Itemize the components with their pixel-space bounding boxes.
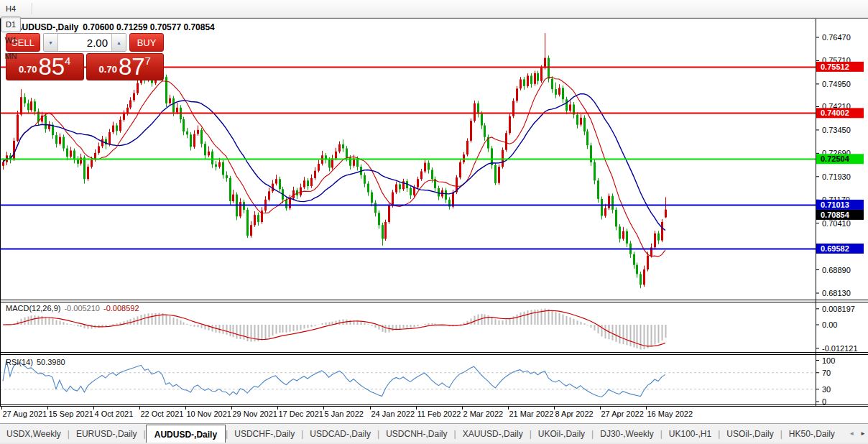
period-button-mn[interactable]: MN xyxy=(1,48,21,64)
toolbar-separator xyxy=(32,3,33,14)
timeframe-toolbar: 5M30H1H4D1W1MN xyxy=(0,0,868,18)
svg-text:0.68130: 0.68130 xyxy=(822,289,851,297)
tab-xauusd-daily[interactable]: XAUUSD-,Daily xyxy=(456,424,530,443)
volume-decrease-button[interactable]: ▼ xyxy=(44,34,58,51)
svg-text:-0.012121: -0.012121 xyxy=(822,344,858,353)
svg-text:0.71013: 0.71013 xyxy=(821,200,849,209)
sell-price-prefix: 0.70 xyxy=(19,64,37,75)
tab-usoil-daily[interactable]: USOil-,Daily xyxy=(720,424,780,443)
buy-button[interactable]: BUY xyxy=(129,33,164,52)
sell-price-sup: 4 xyxy=(65,55,70,66)
rsi-indicator-label: RSI(14)50.3980 xyxy=(6,358,65,366)
rsi-value: 50.3980 xyxy=(37,358,65,366)
svg-text:27 Aug 2021: 27 Aug 2021 xyxy=(3,410,47,418)
chart-title: ▲ AUDUSD-,Daily 0.70600 0.71259 0.70577 … xyxy=(6,22,215,32)
tab-dj30-weekly[interactable]: DJ30-,Weekly xyxy=(594,424,660,443)
svg-text:5 Jan 2022: 5 Jan 2022 xyxy=(325,410,364,418)
buy-price-prefix: 0.70 xyxy=(99,64,117,75)
chart-window-top-border xyxy=(0,18,868,19)
macd-signal-value: -0.008592 xyxy=(103,304,139,313)
svg-text:22 Oct 2021: 22 Oct 2021 xyxy=(141,410,184,418)
trading-terminal: { "toolbar": { "periods": ["5", "M30", "… xyxy=(0,0,868,444)
buy-price-box[interactable]: 0.70 87 7 xyxy=(86,53,165,80)
svg-text:10 Nov 2021: 10 Nov 2021 xyxy=(187,410,231,418)
tab-hk50-daily[interactable]: HK50-,Daily xyxy=(782,424,841,443)
one-click-trade-panel: SELL ▼ ▲ BUY 0.70 85 4 0.70 87 7 xyxy=(6,33,164,80)
svg-text:70: 70 xyxy=(822,369,831,377)
svg-text:0.69582: 0.69582 xyxy=(821,244,849,253)
tab-usdchf-daily[interactable]: USDCHF-,Daily xyxy=(228,424,301,443)
svg-text:0.71930: 0.71930 xyxy=(822,172,851,181)
period-button-w1[interactable]: W1 xyxy=(1,32,21,48)
tab-ukoil-daily[interactable]: UKOil-,Daily xyxy=(532,424,591,443)
chart-ohlc-values: 0.70600 0.71259 0.70577 0.70854 xyxy=(83,22,215,32)
svg-text:0.70854: 0.70854 xyxy=(821,211,850,219)
svg-text:15 Sep 2021: 15 Sep 2021 xyxy=(49,410,93,418)
buy-price-sup: 7 xyxy=(145,55,151,66)
svg-text:0.00: 0.00 xyxy=(822,320,837,329)
macd-name: MACD(12,26,9) xyxy=(6,304,60,313)
volume-input[interactable] xyxy=(58,34,111,51)
svg-text:16 May 2022: 16 May 2022 xyxy=(647,410,693,418)
svg-text:100: 100 xyxy=(822,356,835,365)
tab-strip: USDX,Weekly|EURUSD-,Daily|AUDUSD-,Daily|… xyxy=(0,424,846,443)
svg-text:21 Mar 2022: 21 Mar 2022 xyxy=(509,410,554,418)
period-button-group: 5M30H1H4D1W1MN xyxy=(0,0,22,64)
volume-increase-button[interactable]: ▲ xyxy=(111,34,126,51)
svg-text:0.72504: 0.72504 xyxy=(821,154,850,163)
svg-text:24 Jan 2022: 24 Jan 2022 xyxy=(371,410,415,418)
tab-scroll-controls: ◄ ► xyxy=(844,424,866,443)
tab-uk100-h1[interactable]: UK100-,H1 xyxy=(662,424,718,443)
svg-text:0.008197: 0.008197 xyxy=(822,305,855,313)
svg-text:0.70410: 0.70410 xyxy=(822,219,851,228)
svg-text:11 Feb 2022: 11 Feb 2022 xyxy=(417,410,461,418)
period-button-h4[interactable]: H4 xyxy=(1,1,21,17)
tab-usdcad-daily[interactable]: USDCAD-,Daily xyxy=(303,424,377,443)
chart-symbol-label: AUDUSD-,Daily xyxy=(16,22,78,32)
svg-text:0.68890: 0.68890 xyxy=(822,266,851,274)
svg-text:0: 0 xyxy=(822,397,826,406)
svg-text:4 Oct 2021: 4 Oct 2021 xyxy=(95,410,134,418)
svg-text:27 Apr 2022: 27 Apr 2022 xyxy=(601,410,644,418)
svg-text:0.73450: 0.73450 xyxy=(822,126,851,134)
svg-text:0.76470: 0.76470 xyxy=(822,33,851,42)
svg-text:2 Mar 2022: 2 Mar 2022 xyxy=(463,410,504,418)
tab-audusd-daily[interactable]: AUDUSD-,Daily xyxy=(146,425,226,444)
svg-text:30: 30 xyxy=(822,385,831,394)
svg-text:29 Nov 2021: 29 Nov 2021 xyxy=(233,410,277,418)
rsi-name: RSI(14) xyxy=(6,358,33,366)
macd-indicator-label: MACD(12,26,9)-0.005210-0.008592 xyxy=(6,304,139,313)
tab-scroll-left-icon[interactable]: ◄ xyxy=(849,430,854,437)
tab-scroll-right-icon[interactable]: ► xyxy=(860,430,866,437)
buy-price-big: 87 xyxy=(119,56,145,78)
svg-text:0.74950: 0.74950 xyxy=(822,80,851,88)
svg-text:17 Dec 2021: 17 Dec 2021 xyxy=(279,410,323,418)
svg-text:0.75512: 0.75512 xyxy=(821,63,849,71)
volume-stepper: ▼ ▲ xyxy=(43,33,126,52)
macd-main-value: -0.005210 xyxy=(64,304,100,313)
symbol-tab-bar: USDX,Weekly|EURUSD-,Daily|AUDUSD-,Daily|… xyxy=(0,423,868,443)
svg-text:0.74002: 0.74002 xyxy=(821,108,849,117)
svg-text:8 Apr 2022: 8 Apr 2022 xyxy=(555,410,594,418)
period-button-d1[interactable]: D1 xyxy=(1,17,21,32)
tab-eurusd-daily[interactable]: EURUSD-,Daily xyxy=(70,424,144,443)
tab-usdcnh-daily[interactable]: USDCNH-,Daily xyxy=(379,424,453,443)
sell-price-big: 85 xyxy=(38,56,65,78)
tab-usdx-weekly[interactable]: USDX,Weekly xyxy=(0,424,68,443)
